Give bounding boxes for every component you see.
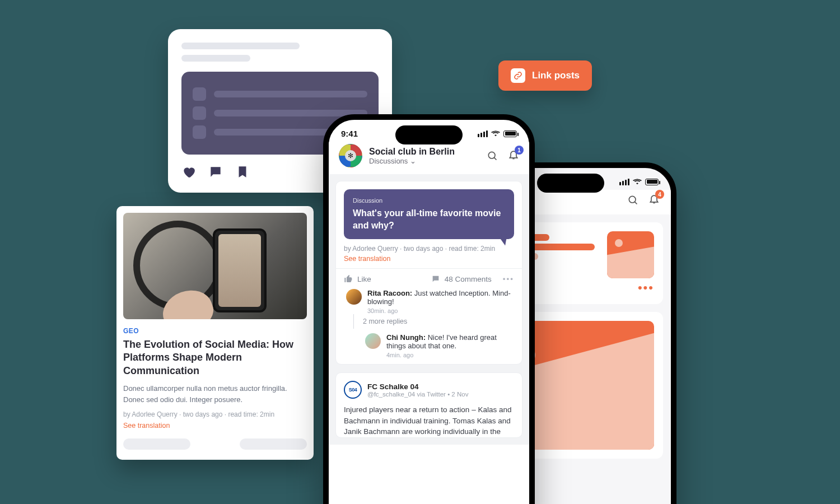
- phone-mockup-primary: 9:41 Social club in Berlin Discussions ⌄…: [323, 114, 535, 504]
- bookmark-icon[interactable]: [235, 165, 250, 179]
- search-icon[interactable]: [627, 194, 638, 206]
- more-icon[interactable]: •••: [503, 275, 514, 283]
- discussion-card: Discussion What's your all-time favorite…: [335, 181, 522, 365]
- wifi-icon: [491, 129, 500, 138]
- article-meta: by Adorlee Querry · two days ago · read …: [123, 410, 307, 418]
- notification-badge: 4: [655, 190, 664, 199]
- discussion-tag: Discussion: [353, 197, 505, 204]
- link-posts-label: Link posts: [532, 70, 580, 81]
- notification-badge: 1: [515, 146, 524, 155]
- article-category: GEO: [123, 327, 307, 335]
- dynamic-island: [395, 125, 463, 144]
- skeleton-pill: [123, 438, 190, 450]
- heart-icon[interactable]: [181, 165, 196, 179]
- feed-tab-dropdown[interactable]: Discussions ⌄: [369, 157, 480, 165]
- article-title: The Evolution of Social Media: How Platf…: [123, 338, 307, 377]
- dynamic-island: [537, 174, 604, 193]
- article-excerpt: Donec ullamcorper nulla non metus auctor…: [123, 383, 307, 405]
- discussion-question: What's your all-time favorite movie and …: [353, 207, 505, 231]
- status-time: 9:41: [341, 129, 358, 138]
- post-body: Injured players near a return to action …: [344, 404, 514, 437]
- comment-icon: [431, 274, 440, 283]
- comments-button[interactable]: 48 Comments: [445, 275, 492, 283]
- article-card[interactable]: GEO The Evolution of Social Media: How P…: [116, 206, 314, 460]
- comment-time: 30min. ago: [367, 307, 512, 314]
- article-image: [123, 213, 307, 319]
- social-post-card[interactable]: S04 FC Schalke 04 @fc_schalke_04 via Twi…: [335, 372, 522, 438]
- team-logo: S04: [344, 381, 362, 399]
- signal-icon: [619, 179, 629, 185]
- comment-reply-item[interactable]: Chi Nungh: Nice! I've heard great things…: [363, 329, 514, 358]
- post-meta: @fc_schalke_04 via Twitter • 2 Nov: [367, 391, 468, 398]
- chevron-down-icon: ⌄: [410, 157, 416, 165]
- notifications-button[interactable]: 1: [508, 149, 519, 162]
- club-title: Social club in Berlin: [369, 147, 480, 157]
- like-icon: [344, 274, 353, 283]
- wifi-icon: [633, 177, 642, 186]
- comment-author: Chi Nungh:: [386, 333, 426, 342]
- comment-time: 4min. ago: [386, 352, 512, 358]
- battery-icon: [503, 130, 517, 137]
- discussion-meta: by Adorlee Querry · two days ago · read …: [344, 245, 514, 253]
- skeleton-line: [181, 55, 250, 62]
- discussion-bubble[interactable]: Discussion What's your all-time favorite…: [344, 189, 514, 239]
- battery-icon: [645, 179, 659, 185]
- avatar: [346, 289, 362, 305]
- link-posts-button[interactable]: Link posts: [498, 60, 592, 91]
- post-author: FC Schalke 04: [367, 382, 468, 391]
- see-translation-link[interactable]: See translation: [123, 422, 307, 430]
- like-button[interactable]: Like: [357, 275, 371, 283]
- signal-icon: [478, 130, 488, 137]
- avatar: [365, 333, 381, 349]
- link-icon: [511, 68, 525, 83]
- skeleton-pill: [240, 438, 307, 450]
- comment-icon[interactable]: [208, 165, 223, 179]
- svg-point-0: [629, 196, 636, 203]
- notifications-button[interactable]: 4: [648, 193, 660, 207]
- search-icon[interactable]: [487, 150, 498, 161]
- see-translation-link[interactable]: See translation: [344, 255, 514, 263]
- comment-item[interactable]: Rita Racoon: Just watched Inception. Min…: [344, 284, 514, 314]
- svg-point-1: [488, 152, 495, 158]
- image-placeholder-icon: [607, 231, 654, 278]
- club-avatar[interactable]: [339, 144, 362, 167]
- more-replies-link[interactable]: 2 more replies: [353, 314, 514, 329]
- comment-author: Rita Racoon:: [367, 289, 412, 297]
- skeleton-line: [181, 43, 300, 49]
